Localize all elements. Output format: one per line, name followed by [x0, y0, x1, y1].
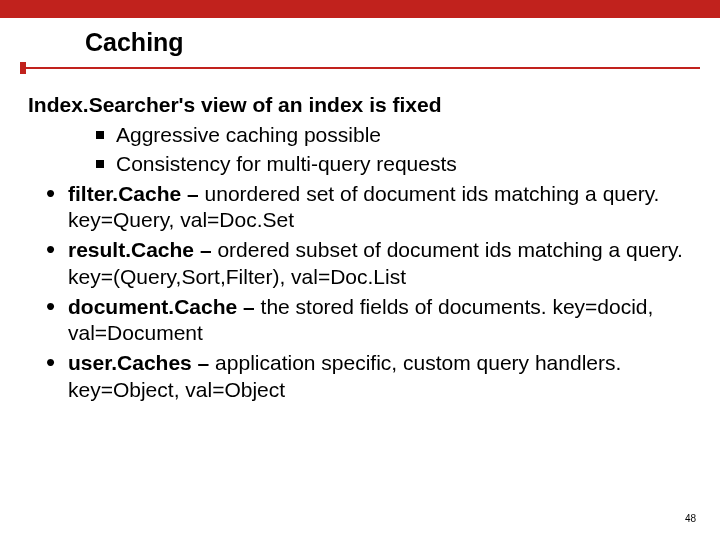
slide: Caching Index.Searcher's view of an inde…	[0, 0, 720, 540]
main-bullet-list: filter.Cache – unordered set of document…	[28, 181, 688, 407]
list-item: filter.Cache – unordered set of document…	[46, 181, 688, 238]
list-item: result.Cache – ordered subset of documen…	[46, 237, 688, 294]
bullet-term: result.Cache –	[68, 238, 217, 261]
bullet-term: document.Cache –	[68, 295, 261, 318]
page-number: 48	[685, 513, 696, 524]
content-heading: Index.Searcher's view of an index is fix…	[28, 92, 688, 118]
list-item: document.Cache – the stored fields of do…	[46, 294, 688, 351]
list-item: user.Caches – application specific, cust…	[46, 350, 688, 407]
title-underline	[20, 66, 700, 72]
content-area: Index.Searcher's view of an index is fix…	[28, 92, 688, 407]
list-item: Aggressive caching possible	[96, 122, 688, 150]
bullet-term: filter.Cache –	[68, 182, 205, 205]
top-accent-bar	[0, 0, 720, 18]
bullet-term: user.Caches –	[68, 351, 215, 374]
underline-line	[20, 67, 700, 69]
sub-bullet-list: Aggressive caching possible Consistency …	[28, 122, 688, 179]
list-item: Consistency for multi-query requests	[96, 151, 688, 179]
slide-title: Caching	[85, 28, 184, 57]
